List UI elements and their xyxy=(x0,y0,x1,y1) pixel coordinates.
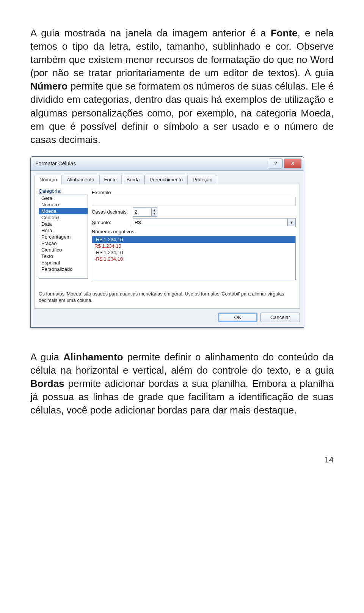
category-item[interactable]: Especial xyxy=(39,259,88,266)
symbol-select[interactable]: R$ ▼ xyxy=(133,218,296,227)
dialog-title: Formatar Células xyxy=(35,160,76,167)
neg-option[interactable]: -R$ 1.234,10 xyxy=(92,249,295,256)
category-item[interactable]: Data xyxy=(39,221,88,227)
category-list[interactable]: Geral Número Moeda Contábil Data Hora Po… xyxy=(39,195,88,279)
chevron-up-icon[interactable]: ▲ xyxy=(152,208,157,212)
category-item[interactable]: Porcentagem xyxy=(39,234,88,240)
format-cells-dialog: Formatar Células ? X Número Alinhamento … xyxy=(30,156,304,328)
casas-label: Casas decimais: xyxy=(92,209,130,215)
decimal-places-stepper[interactable]: ▲▼ xyxy=(133,207,157,217)
word-fonte: Fonte xyxy=(271,27,298,39)
word-numero: Número xyxy=(30,80,67,92)
tab-borda[interactable]: Borda xyxy=(122,175,145,184)
tabs: Número Alinhamento Fonte Borda Preenchim… xyxy=(35,174,300,184)
ok-button[interactable]: OK xyxy=(218,313,257,322)
page-number: 14 xyxy=(30,455,334,465)
neg-option[interactable]: -R$ 1.234,10 xyxy=(92,236,295,243)
tab-preenchimento[interactable]: Preenchimento xyxy=(144,175,187,184)
neg-option[interactable]: -R$ 1.234,10 xyxy=(92,256,295,262)
category-item-selected[interactable]: Moeda xyxy=(39,208,88,214)
simbolo-label: Símbolo: xyxy=(92,220,130,225)
tab-protecao[interactable]: Proteção xyxy=(188,175,217,184)
category-item[interactable]: Texto xyxy=(39,253,88,259)
format-hint: Os formatos 'Moeda' são usados para quan… xyxy=(39,291,296,304)
category-item[interactable]: Contábil xyxy=(39,214,88,221)
category-item[interactable]: Número xyxy=(39,201,88,208)
close-button[interactable]: X xyxy=(284,159,301,168)
category-item[interactable]: Científico xyxy=(39,247,88,253)
tab-fonte[interactable]: Fonte xyxy=(99,175,122,184)
symbol-value: R$ xyxy=(135,220,141,225)
paragraph-2: A guia Alinhamento permite definir o ali… xyxy=(30,351,334,417)
paragraph-1: A guia mostrada na janela da imagem ante… xyxy=(30,27,334,146)
neg-option[interactable]: R$ 1.234,10 xyxy=(92,243,295,249)
decimal-places-input[interactable] xyxy=(133,209,151,215)
negativos-label: Números negativos: xyxy=(92,229,136,234)
help-button[interactable]: ? xyxy=(269,159,282,168)
chevron-down-icon[interactable]: ▼ xyxy=(287,219,295,226)
dialog-titlebar: Formatar Células ? X xyxy=(31,157,304,171)
category-item[interactable]: Geral xyxy=(39,195,88,201)
stepper-arrows[interactable]: ▲▼ xyxy=(151,208,157,216)
categoria-label: Categoria: xyxy=(39,188,88,194)
category-item[interactable]: Personalizado xyxy=(39,266,88,272)
exemplo-label: Exemplo xyxy=(92,190,111,195)
exemplo-box xyxy=(92,197,296,206)
category-item[interactable]: Hora xyxy=(39,227,88,234)
negative-numbers-list[interactable]: -R$ 1.234,10 R$ 1.234,10 -R$ 1.234,10 -R… xyxy=(92,236,296,280)
cancel-button[interactable]: Cancelar xyxy=(260,313,300,322)
tab-numero[interactable]: Número xyxy=(35,175,62,184)
chevron-down-icon[interactable]: ▼ xyxy=(152,212,157,216)
tab-alinhamento[interactable]: Alinhamento xyxy=(62,175,99,184)
word-bordas: Bordas xyxy=(30,378,64,389)
category-item[interactable]: Fração xyxy=(39,240,88,247)
word-alinhamento: Alinhamento xyxy=(63,351,123,363)
